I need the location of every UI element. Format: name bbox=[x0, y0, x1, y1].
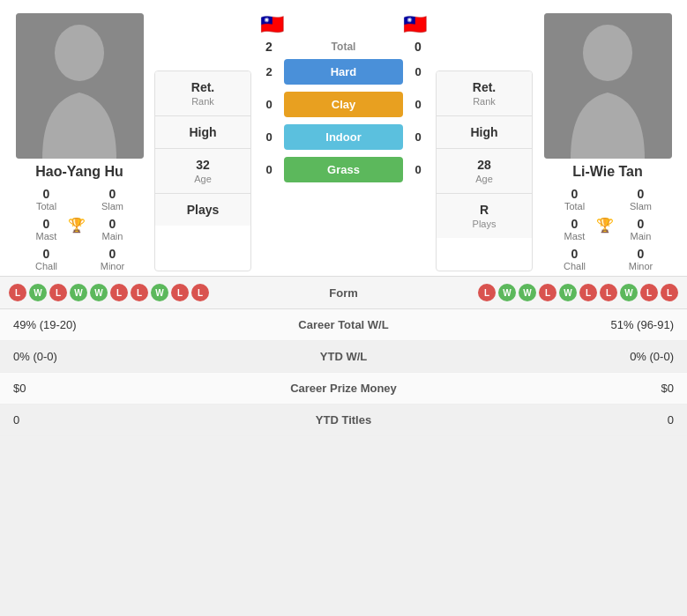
hard-badge: Hard bbox=[284, 59, 403, 85]
table-row: 0 YTD Titles 0 bbox=[0, 404, 687, 436]
left-rank-box: Ret. Rank bbox=[155, 71, 250, 116]
left-player-col: Hao-Yang Hu 0 Total 0 Slam 0 Mast 🏆 0 M bbox=[4, 13, 154, 271]
left-high-box: High bbox=[155, 116, 250, 149]
form-badge-l: L bbox=[191, 284, 209, 301]
table-row: 49% (19-20) Career Total W/L 51% (96-91) bbox=[0, 309, 687, 341]
right-trophy-main: 🏆 0 Main bbox=[612, 217, 669, 241]
stats-right-3: 0 bbox=[432, 413, 675, 427]
stats-right-0: 51% (96-91) bbox=[432, 318, 675, 331]
stats-left-1: 0% (0-0) bbox=[13, 350, 256, 363]
form-badge-w: W bbox=[151, 284, 168, 301]
form-badge-l: L bbox=[661, 284, 678, 301]
left-stat-mast: 0 Mast bbox=[18, 217, 75, 241]
trophy-icon-right: 🏆 bbox=[596, 217, 614, 234]
stats-table: 49% (19-20) Career Total W/L 51% (96-91)… bbox=[0, 308, 687, 436]
form-badge-l: L bbox=[171, 284, 189, 301]
surface-row-indoor: 0 Indoor 0 bbox=[256, 124, 431, 150]
right-stat-chall: 0 Chall bbox=[546, 247, 603, 271]
right-rank-box: Ret. Rank bbox=[437, 71, 532, 116]
right-stat-total: 0 Total bbox=[546, 187, 603, 212]
center-col: 🇹🇼 🇹🇼 2 Total 0 2 Hard 0 0 Clay 0 bbox=[251, 13, 436, 271]
players-top: Hao-Yang Hu 0 Total 0 Slam 0 Mast 🏆 0 M bbox=[0, 0, 687, 276]
right-high-box: High bbox=[437, 116, 532, 149]
form-badge-l: L bbox=[579, 284, 597, 301]
stats-center-1: YTD W/L bbox=[256, 350, 432, 363]
right-form-badges: LWWLWLLWLL bbox=[478, 284, 678, 301]
right-age-box: 28 Age bbox=[437, 149, 532, 194]
right-info-col: Ret. Rank High 28 Age R Plays bbox=[436, 71, 533, 271]
form-badge-w: W bbox=[559, 284, 577, 301]
surface-row-hard: 2 Hard 0 bbox=[256, 59, 431, 85]
right-player-stats: 0 Total 0 Slam 0 Mast 🏆 0 Main 0 bbox=[546, 187, 669, 271]
right-stat-minor: 0 Minor bbox=[612, 247, 669, 271]
left-player-avatar bbox=[16, 13, 144, 159]
stats-left-0: 49% (19-20) bbox=[13, 318, 256, 331]
right-player-col: Li-Wie Tan 0 Total 0 Slam 0 Mast 🏆 0 Ma bbox=[533, 13, 683, 271]
form-badge-l: L bbox=[9, 284, 26, 301]
right-player-name: Li-Wie Tan bbox=[572, 164, 643, 180]
left-flag: 🇹🇼 bbox=[260, 13, 284, 36]
form-badge-l: L bbox=[640, 284, 658, 301]
form-badge-w: W bbox=[29, 284, 47, 301]
clay-badge: Clay bbox=[284, 92, 403, 117]
form-badge-l: L bbox=[49, 284, 67, 301]
surface-row-grass: 0 Grass 0 bbox=[256, 157, 431, 182]
form-badge-w: W bbox=[620, 284, 638, 301]
form-badge-l: L bbox=[600, 284, 617, 301]
right-stat-slam: 0 Slam bbox=[612, 187, 669, 212]
right-plays-box: R Plays bbox=[437, 194, 532, 238]
stats-right-1: 0% (0-0) bbox=[432, 350, 675, 363]
form-section: LWLWWLLWLL Form LWWLWLLWLL bbox=[0, 276, 687, 308]
right-flag: 🇹🇼 bbox=[403, 13, 427, 36]
form-badge-w: W bbox=[498, 284, 516, 301]
left-stat-minor: 0 Minor bbox=[84, 247, 141, 271]
table-row: $0 Career Prize Money $0 bbox=[0, 373, 687, 404]
surface-row-clay: 0 Clay 0 bbox=[256, 92, 431, 117]
indoor-badge: Indoor bbox=[284, 124, 403, 150]
trophy-icon-left: 🏆 bbox=[68, 217, 86, 234]
total-row: 2 Total 0 bbox=[256, 40, 431, 54]
svg-point-1 bbox=[55, 25, 104, 81]
left-stat-total: 0 Total bbox=[18, 187, 75, 212]
grass-badge: Grass bbox=[284, 157, 403, 182]
surface-rows: 2 Hard 0 0 Clay 0 0 Indoor 0 0 Grass bbox=[256, 59, 431, 186]
svg-point-3 bbox=[583, 25, 632, 81]
form-label: Form bbox=[329, 286, 358, 300]
left-info-col: Ret. Rank High 32 Age Plays bbox=[154, 71, 251, 271]
stats-left-3: 0 bbox=[13, 413, 256, 427]
form-badge-l: L bbox=[131, 284, 148, 301]
left-stat-slam: 0 Slam bbox=[84, 187, 141, 212]
stats-left-2: $0 bbox=[13, 382, 256, 395]
left-form-badges: LWLWWLLWLL bbox=[9, 284, 209, 301]
right-stat-mast: 0 Mast bbox=[546, 217, 603, 241]
stats-right-2: $0 bbox=[432, 382, 675, 395]
left-age-box: 32 Age bbox=[155, 149, 250, 194]
stats-center-0: Career Total W/L bbox=[256, 318, 432, 331]
form-badge-l: L bbox=[478, 284, 496, 301]
right-player-avatar bbox=[544, 13, 672, 159]
form-badge-l: L bbox=[110, 284, 128, 301]
flags-row: 🇹🇼 🇹🇼 bbox=[256, 13, 431, 36]
left-stat-chall: 0 Chall bbox=[18, 247, 75, 271]
form-badge-l: L bbox=[539, 284, 556, 301]
left-trophy-main: 🏆 0 Main bbox=[84, 217, 141, 241]
stats-center-3: YTD Titles bbox=[256, 413, 432, 427]
left-player-name: Hao-Yang Hu bbox=[35, 164, 123, 180]
form-badge-w: W bbox=[519, 284, 536, 301]
main-container: Hao-Yang Hu 0 Total 0 Slam 0 Mast 🏆 0 M bbox=[0, 0, 687, 436]
left-player-stats: 0 Total 0 Slam 0 Mast 🏆 0 Main 0 bbox=[18, 187, 141, 271]
form-badge-w: W bbox=[70, 284, 87, 301]
left-plays-box: Plays bbox=[155, 194, 250, 226]
stats-center-2: Career Prize Money bbox=[256, 382, 432, 395]
form-badge-w: W bbox=[90, 284, 108, 301]
table-row: 0% (0-0) YTD W/L 0% (0-0) bbox=[0, 341, 687, 373]
